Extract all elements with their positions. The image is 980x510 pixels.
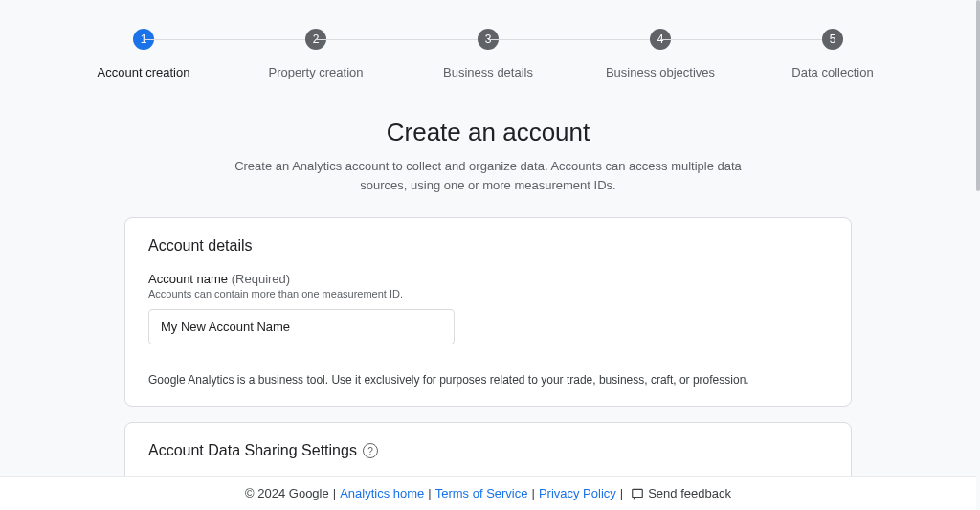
- account-name-help: Accounts can contain more than one measu…: [148, 288, 828, 299]
- step-account-creation[interactable]: 1 Account creation: [57, 29, 230, 79]
- account-details-card: Account details Account name (Required) …: [124, 217, 852, 407]
- step-business-objectives: 4 Business objectives: [574, 29, 746, 79]
- step-label: Data collection: [791, 65, 873, 79]
- step-label: Business objectives: [606, 65, 715, 79]
- stepper: 1 Account creation 2 Property creation 3…: [0, 0, 976, 89]
- step-number: 5: [822, 29, 843, 50]
- step-label: Account creation: [98, 65, 190, 79]
- account-name-label: Account name (Required): [148, 272, 828, 286]
- terms-link[interactable]: Terms of Service: [435, 486, 528, 500]
- step-data-collection: 5 Data collection: [746, 29, 919, 79]
- business-tool-note: Google Analytics is a business tool. Use…: [148, 373, 828, 387]
- copyright: © 2024 Google: [245, 486, 329, 500]
- analytics-home-link[interactable]: Analytics home: [340, 486, 424, 500]
- footer: © 2024 Google | Analytics home | Terms o…: [0, 476, 976, 510]
- scrollbar[interactable]: [976, 0, 980, 191]
- privacy-link[interactable]: Privacy Policy: [539, 486, 616, 500]
- data-sharing-title: Account Data Sharing Settings ?: [148, 442, 828, 459]
- step-business-details: 3 Business details: [402, 29, 574, 79]
- account-details-title: Account details: [148, 237, 828, 255]
- step-label: Business details: [443, 65, 533, 79]
- step-property-creation: 2 Property creation: [230, 29, 402, 79]
- page-title: Create an account: [0, 118, 976, 147]
- svg-rect-0: [633, 489, 643, 497]
- page-subtitle: Create an Analytics account to collect a…: [220, 157, 756, 194]
- send-feedback-button[interactable]: Send feedback: [631, 486, 731, 500]
- page-heading: Create an account: [0, 118, 976, 147]
- account-name-input[interactable]: [148, 309, 455, 344]
- step-label: Property creation: [269, 65, 364, 79]
- feedback-icon: [631, 487, 644, 500]
- help-icon[interactable]: ?: [363, 443, 378, 458]
